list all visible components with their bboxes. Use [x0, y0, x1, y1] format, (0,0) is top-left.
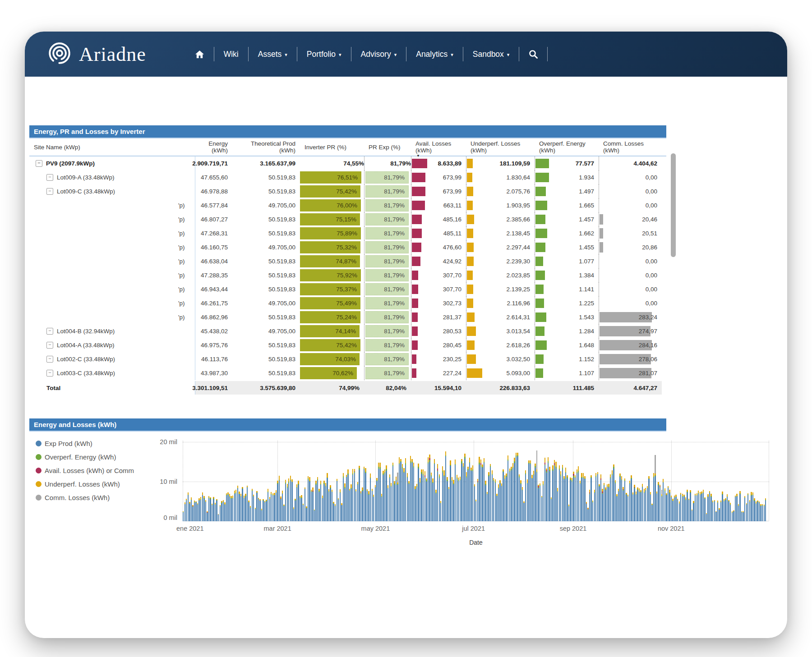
chart-bar-segment	[747, 495, 748, 521]
table-row[interactable]: −PV9 (2097.9kWp)2.909.719,713.165.637,99…	[29, 156, 666, 170]
chart-bar-segment	[428, 457, 429, 462]
column-header-0[interactable]: Site Name (kWp)	[29, 144, 195, 151]
over-bar	[535, 312, 546, 322]
column-header-1[interactable]: Energy (kWh)	[195, 140, 232, 154]
chart-bar-segment	[276, 493, 277, 521]
column-header-7[interactable]: Overperf. Energy (kWh)	[535, 140, 599, 154]
x-tick-label: nov 2021	[658, 525, 685, 532]
column-header-3[interactable]: Inverter PR (%)	[300, 144, 364, 151]
column-header-4[interactable]: PR Exp (%)	[364, 144, 411, 151]
energy-cell: 46.577,84	[195, 198, 232, 212]
chart-bar-segment	[517, 456, 518, 521]
chart-bar-segment	[760, 506, 761, 521]
nav-item-sandbox[interactable]: Sandbox▾	[473, 50, 510, 59]
table-row[interactable]: 'p)46.943,4450.519,8375,37%81,79%307,702…	[29, 282, 666, 296]
chart-bar-segment	[599, 487, 600, 521]
chart-bar-segment	[317, 481, 318, 521]
home-icon[interactable]	[195, 50, 204, 59]
site-name-cell: −Lot002-C (33.48kWp)	[29, 352, 195, 366]
expand-collapse-icon[interactable]: −	[46, 174, 53, 181]
chart-bar-segment	[291, 482, 292, 521]
table-row[interactable]: 'p)46.577,8449.705,0076,00%81,79%663,111…	[29, 198, 666, 212]
expand-collapse-icon[interactable]: −	[36, 160, 42, 167]
chart-bar-segment	[725, 500, 726, 521]
legend-item-3[interactable]: Underperf. Losses (kWh)	[36, 480, 134, 488]
energy-cell: 46.113,76	[195, 352, 232, 366]
over-value: 1.141	[579, 282, 594, 296]
table-vertical-scrollbar[interactable]	[671, 153, 676, 257]
table-row[interactable]: 'p)46.261,7549.705,0075,49%81,79%302,732…	[29, 296, 666, 310]
chart-bar-segment	[394, 485, 395, 521]
chart-bar-segment	[295, 501, 295, 521]
pr-exp-bar: 81,79%	[365, 311, 409, 323]
column-header-2[interactable]: Theoretical Prod (kWh)	[232, 140, 300, 154]
table-row[interactable]: −Lot009-C (33.48kWp)46.978,8850.519,8375…	[29, 184, 666, 198]
nav-item-label: Wiki	[224, 50, 239, 59]
legend-item-1[interactable]: Overperf. Energy (kWh)	[36, 453, 134, 461]
legend-item-2[interactable]: Avail. Losses (kWh) or Comm	[36, 467, 134, 474]
search-icon[interactable]	[529, 50, 538, 59]
table-row[interactable]: 'p)46.807,2750.519,8375,15%81,79%485,162…	[29, 212, 666, 226]
chart-bar-segment	[597, 474, 598, 521]
table-row[interactable]: −Lot009-A (33.48kWp)47.655,6050.519,8376…	[29, 170, 666, 184]
expand-collapse-icon[interactable]: −	[46, 188, 53, 195]
chevron-down-icon: ▾	[451, 52, 453, 58]
site-name-label: 'p)	[178, 314, 185, 321]
chart-bar-segment	[707, 497, 708, 521]
comm-cell: 20,86	[599, 240, 662, 254]
table-row[interactable]: −Lot003-C (33.48kWp)43.987,3050.519,8370…	[29, 366, 666, 380]
table-row[interactable]: 'p)46.638,0450.519,8374,87%81,79%424,922…	[29, 254, 666, 268]
nav-item-wiki[interactable]: Wiki	[224, 50, 239, 59]
legend-item-label: Avail. Losses (kWh) or Comm	[45, 467, 134, 474]
chart-bar-segment	[535, 468, 535, 521]
table-row[interactable]: 'p)46.862,9650.519,8375,24%81,79%281,372…	[29, 310, 666, 324]
legend-item-0[interactable]: Exp Prod (kWh)	[36, 440, 134, 447]
chart-bar-segment	[370, 473, 371, 478]
avail-cell: 227,24	[411, 366, 466, 380]
expand-collapse-icon[interactable]: −	[46, 328, 53, 335]
nav-item-assets[interactable]: Assets▾	[258, 50, 287, 59]
under-cell: 3.032,50	[466, 352, 535, 366]
chart-bar-segment	[733, 511, 734, 521]
chart-bar-segment	[388, 488, 388, 521]
table-row[interactable]: 'p)47.268,3150.519,8375,89%81,79%485,112…	[29, 226, 666, 240]
chart-plot-area[interactable]	[183, 438, 769, 521]
total-overperf-energy: 111.485	[535, 381, 599, 395]
column-header-5[interactable]: Avail. Losses (kWh)▼	[411, 140, 466, 154]
nav-item-portfolio[interactable]: Portfolio▾	[307, 50, 341, 59]
chart-bar-segment	[675, 497, 676, 521]
expand-collapse-icon[interactable]: −	[46, 370, 53, 377]
chart-bar-segment	[399, 457, 400, 463]
legend-item-4[interactable]: Comm. Losses (kWh)	[36, 494, 134, 501]
column-header-6[interactable]: Underperf. Losses (kWh)	[466, 140, 535, 154]
ariadne-logo-icon	[46, 40, 73, 68]
chart-bar-segment	[389, 478, 390, 521]
over-cell: 1.141	[535, 282, 599, 296]
chart-bar-segment	[482, 468, 483, 521]
brand[interactable]: Ariadne	[46, 40, 146, 68]
legend-dot-icon	[36, 481, 42, 487]
under-cell: 2.239,30	[466, 254, 535, 268]
table-row[interactable]: −Lot004-B (32.94kWp)45.438,0249.705,0074…	[29, 324, 666, 338]
y-tick-label: 10 mil	[150, 478, 177, 485]
over-cell: 1.497	[535, 184, 599, 198]
expand-collapse-icon[interactable]: −	[46, 342, 53, 349]
under-value: 1.830,64	[506, 170, 530, 184]
nav-item-advisory[interactable]: Advisory▾	[361, 50, 397, 59]
table-row[interactable]: 'p)47.288,3550.519,8375,92%81,79%307,702…	[29, 268, 666, 282]
chart-bar-segment	[615, 483, 616, 521]
column-header-8[interactable]: Comm. Losses (kWh)	[599, 140, 662, 154]
nav-item-analytics[interactable]: Analytics▾	[416, 50, 453, 59]
pr-exp-cell: 81,79%	[364, 296, 411, 310]
chart-bar-segment	[229, 497, 230, 521]
site-name-cell: −Lot004-B (32.94kWp)	[29, 324, 195, 338]
table-row[interactable]: −Lot004-A (33.48kWp)46.975,7650.519,8375…	[29, 338, 666, 352]
comm-cell: 20,51	[599, 226, 662, 240]
inverter-pr-cell: 75,42%	[300, 184, 364, 198]
pr-exp-value: 81,79%	[384, 356, 408, 363]
expand-collapse-icon[interactable]: −	[46, 356, 53, 363]
table-row[interactable]: −Lot002-C (33.48kWp)46.113,7650.519,8374…	[29, 352, 666, 366]
table-row[interactable]: 'p)46.160,7549.705,0075,32%81,79%476,602…	[29, 240, 666, 254]
chart-legend: Exp Prod (kWh)Overperf. Energy (kWh)Avai…	[36, 440, 134, 501]
chart-bar-segment	[648, 479, 649, 521]
